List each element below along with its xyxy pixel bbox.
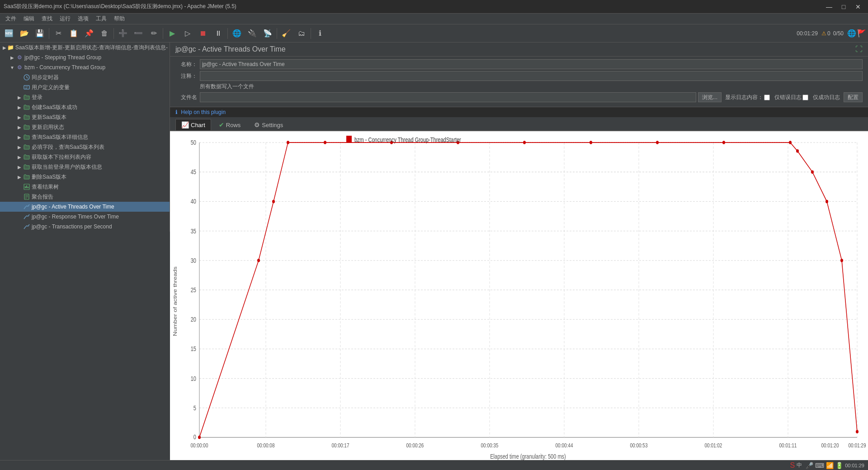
svg-text:40: 40 <box>191 198 196 205</box>
toolbar-sep-3 <box>163 28 163 39</box>
collapse-button[interactable]: ➖ <box>131 26 146 41</box>
delete-button[interactable]: 🗑 <box>97 26 112 41</box>
tree-item-6[interactable]: ▶创建SaaS版本成功 <box>0 102 170 112</box>
success-checkbox[interactable] <box>802 95 808 100</box>
tree-item-10[interactable]: ▶必填字段，查询SaaS版本列表 <box>0 142 170 152</box>
tree-indent-18 <box>0 223 16 230</box>
svg-text:30: 30 <box>191 257 196 264</box>
clear-all-button[interactable]: 🗂 <box>294 26 309 41</box>
svg-text:15: 15 <box>191 346 196 352</box>
tree-item-9[interactable]: ▶查询SaaS版本详细信息 <box>0 132 170 142</box>
warning-icon: ⚠ <box>821 30 826 37</box>
tree-arrow-10: ▶ <box>16 145 23 150</box>
tree-item-3[interactable]: 同步定时器 <box>0 72 170 82</box>
tree-item-16[interactable]: jp@gc - Active Threads Over Time <box>0 202 170 212</box>
svg-point-73 <box>811 170 814 174</box>
shutdown-button[interactable]: ⏸ <box>211 26 226 41</box>
log-display-label: 显示日志内容： <box>725 94 763 101</box>
svg-point-62 <box>272 200 275 204</box>
menu-item-帮助[interactable]: 帮助 <box>110 14 128 24</box>
run-button[interactable]: ▶ <box>165 26 179 41</box>
tree-indent-3 <box>0 74 16 81</box>
settings-tab-icon: ⚙ <box>254 121 260 128</box>
tree-item-17[interactable]: jp@gc - Response Times Over Time <box>0 212 170 222</box>
close-button[interactable]: ✕ <box>852 0 864 13</box>
cut-button[interactable]: ✂ <box>51 26 66 41</box>
tree-item-15[interactable]: 聚合报告 <box>0 192 170 202</box>
stop-button[interactable]: ⏹ <box>196 26 210 41</box>
remote-shutdown-button[interactable]: 📡 <box>260 26 275 41</box>
tree-item-1[interactable]: ▶⚙jp@gc - Stepping Thread Group <box>0 52 170 62</box>
tab-settings[interactable]: ⚙ Settings <box>248 119 289 130</box>
tree-arrow-9: ▶ <box>16 135 23 140</box>
run-selected-button[interactable]: ▷ <box>180 26 195 41</box>
menu-item-运行[interactable]: 运行 <box>56 14 74 24</box>
tree-item-4[interactable]: 用户定义的变量 <box>0 82 170 92</box>
tree-item-7[interactable]: ▶更新SaaS版本 <box>0 112 170 122</box>
clear-button[interactable]: 🧹 <box>279 26 293 41</box>
maximize-button[interactable]: □ <box>837 0 850 13</box>
new-button[interactable]: 🆕 <box>2 26 16 41</box>
expand-button[interactable]: ➕ <box>116 26 130 41</box>
svg-line-2 <box>27 77 28 78</box>
name-row: 名称： <box>175 59 863 69</box>
tab-chart[interactable]: 📈 Chart <box>175 119 211 130</box>
errors-checkbox[interactable] <box>764 95 770 100</box>
menu-item-查找[interactable]: 查找 <box>38 14 56 24</box>
menu-item-工具[interactable]: 工具 <box>92 14 110 24</box>
help-link-text[interactable]: Help on this plugin <box>181 109 226 115</box>
copy-button[interactable]: 📋 <box>66 26 81 41</box>
toolbar-sep-6 <box>311 28 311 39</box>
tree-item-2[interactable]: ▼⚙bzm - Concurrency Thread Group <box>0 62 170 72</box>
tree-label-4: 用户定义的变量 <box>32 84 70 91</box>
save-button[interactable]: 💾 <box>33 26 47 41</box>
tree-label-16: jp@gc - Active Threads Over Time <box>32 204 114 210</box>
remote-stop-button[interactable]: 🔌 <box>245 26 259 41</box>
svg-text:Number of active threads: Number of active threads <box>172 266 178 336</box>
expand-icon[interactable]: ⛶ <box>855 45 863 53</box>
tree-arrow-1: ▶ <box>9 55 15 60</box>
tree-item-18[interactable]: jp@gc - Transactions per Second <box>0 222 170 232</box>
svg-rect-3 <box>24 85 29 89</box>
paste-button[interactable]: 📌 <box>82 26 96 41</box>
menu-item-文件[interactable]: 文件 <box>2 14 20 24</box>
tree-item-13[interactable]: ▶删除SaaS版本 <box>0 172 170 182</box>
settings-tab-label: Settings <box>262 122 283 128</box>
svg-text:5: 5 <box>193 405 196 412</box>
tree-item-5[interactable]: ▶登录 <box>0 92 170 102</box>
name-input[interactable] <box>200 59 863 69</box>
tree-item-14[interactable]: 查看结果树 <box>0 182 170 192</box>
comment-input[interactable] <box>200 71 863 81</box>
svg-rect-77 <box>346 136 352 142</box>
info-button[interactable]: ℹ <box>313 26 327 41</box>
tree-item-8[interactable]: ▶更新启用状态 <box>0 122 170 132</box>
errors-label: 仅错误日志 <box>774 94 802 101</box>
tree-icon-14 <box>23 183 31 191</box>
browse-button[interactable]: 浏览... <box>698 92 722 102</box>
tree-indent-7 <box>0 114 16 120</box>
menu-item-编辑[interactable]: 编辑 <box>20 14 38 24</box>
tree-label-11: 获取版本下拉框列表内容 <box>32 153 91 161</box>
remote-start-button[interactable]: 🌐 <box>230 26 244 41</box>
open-button[interactable]: 📂 <box>17 26 32 41</box>
tree-arrow-8: ▶ <box>16 125 23 130</box>
filename-input[interactable] <box>200 92 696 102</box>
tree-icon-12 <box>23 163 31 171</box>
tree-item-11[interactable]: ▶获取版本下拉框列表内容 <box>0 152 170 162</box>
all-data-section: 所有数据写入一个文件 <box>200 83 863 90</box>
keyboard-icon: ⌨ <box>815 462 824 469</box>
tree-item-0[interactable]: ▶📁SaaS版本新增-更新-更新启用状态-查询详细信息-查询列表信息- <box>0 43 170 52</box>
minimize-button[interactable]: — <box>823 0 835 13</box>
warning-count: 0 <box>827 30 830 37</box>
menu-item-选项[interactable]: 选项 <box>74 14 92 24</box>
tree-item-12[interactable]: ▶获取当前登录用户的版本信息 <box>0 162 170 172</box>
pen-button[interactable]: ✏ <box>146 26 161 41</box>
svg-text:00:00:08: 00:00:08 <box>257 442 275 448</box>
tab-rows[interactable]: ✔ Rows <box>213 119 247 130</box>
tree-label-14: 查看结果树 <box>32 183 59 191</box>
svg-text:00:00:35: 00:00:35 <box>481 442 499 448</box>
tree-icon-10 <box>23 143 31 151</box>
form-area: 名称： 注释： 所有数据写入一个文件 文件名 浏览... 显示日志内容： 仅错误… <box>170 57 868 107</box>
config-button[interactable]: 配置 <box>844 92 863 102</box>
wifi-icon: 📶 <box>826 462 834 469</box>
